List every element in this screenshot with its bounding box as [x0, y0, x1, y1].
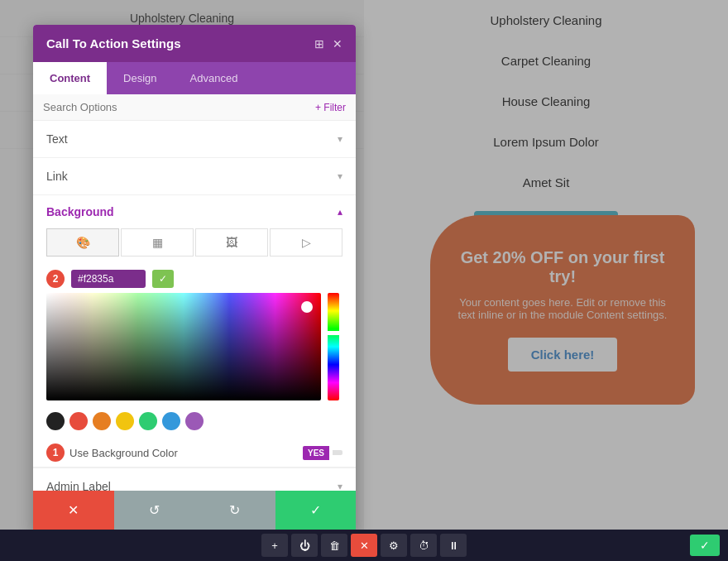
toggle-switch[interactable]: YES	[303, 446, 342, 460]
panel-title: Call To Action Settings	[46, 36, 181, 50]
preset-colors-row	[46, 407, 342, 435]
link-section-row[interactable]: Link ▾	[33, 158, 356, 195]
bg-type-buttons: 🎨 ▦ 🖼 ▷	[46, 228, 342, 257]
background-section: Background ▴ 🎨 ▦ 🖼 ▷ 2 ✓	[33, 195, 356, 467]
settings-panel: Call To Action Settings ⊞ ✕ Content Desi…	[33, 25, 356, 535]
use-bg-color-row: 1 Use Background Color YES	[46, 435, 342, 467]
panel-tabs: Content Design Advanced	[33, 62, 356, 94]
bg-type-color-button[interactable]: 🎨	[46, 228, 119, 257]
use-bg-color-label: Use Background Color	[69, 447, 178, 459]
filter-button[interactable]: + Filter	[315, 102, 346, 113]
background-section-header: Background ▴	[46, 205, 342, 218]
preset-black[interactable]	[46, 412, 65, 430]
hue-thumb[interactable]	[326, 331, 341, 335]
delete-button[interactable]: 🗑	[321, 534, 347, 557]
preset-purple[interactable]	[185, 412, 204, 430]
link-section-label: Link	[46, 170, 68, 183]
redo-button[interactable]: ↻	[194, 491, 275, 530]
add-button[interactable]: +	[261, 534, 288, 557]
color-picker-area[interactable]	[46, 293, 321, 400]
text-section-row[interactable]: Text ▾	[33, 121, 356, 158]
text-arrow-icon: ▾	[338, 133, 342, 145]
link-arrow-icon: ▾	[338, 170, 342, 182]
text-section-label: Text	[46, 132, 68, 146]
badge-1: 1	[46, 444, 65, 462]
bg-type-image-button[interactable]: 🖼	[195, 228, 268, 257]
search-input[interactable]	[43, 101, 315, 113]
badge-2-container: 2	[46, 270, 65, 288]
panel-content: Text ▾ Link ▾ Background ▴ 🎨 ▦ 🖼 ▷	[33, 121, 356, 535]
background-section-title: Background	[46, 205, 114, 218]
hue-slider[interactable]	[328, 293, 339, 400]
panel-grid-icon[interactable]: ⊞	[314, 37, 324, 50]
panel-header: Call To Action Settings ⊞ ✕	[33, 25, 356, 62]
tab-content[interactable]: Content	[33, 62, 107, 94]
search-bar: + Filter	[33, 94, 356, 121]
toggle-yes-label: YES	[303, 446, 329, 460]
timer-button[interactable]: ⏱	[410, 534, 437, 557]
power-button[interactable]: ⏻	[291, 534, 318, 557]
color-input-row: 2 ✓	[46, 265, 342, 293]
color-picker-thumb[interactable]	[301, 301, 313, 313]
cancel-button[interactable]: ✕	[33, 491, 114, 530]
action-bar: ✕ ↺ ↻ ✓	[33, 491, 356, 530]
color-picker-wrapper[interactable]	[46, 293, 321, 400]
panel-close-icon[interactable]: ✕	[333, 37, 342, 50]
preset-green[interactable]	[139, 412, 157, 430]
bg-type-gradient-button[interactable]: ▦	[121, 228, 194, 257]
color-hex-input[interactable]	[71, 270, 146, 288]
badge-1-container: 1 Use Background Color	[46, 444, 178, 462]
preset-yellow[interactable]	[116, 412, 134, 430]
panel-header-icons: ⊞ ✕	[314, 37, 342, 50]
save-button[interactable]: ✓	[275, 491, 357, 530]
color-check-button[interactable]: ✓	[152, 270, 174, 288]
green-check-button[interactable]: ✓	[690, 535, 720, 556]
tab-design[interactable]: Design	[107, 62, 173, 94]
undo-button[interactable]: ↺	[114, 491, 195, 530]
tab-advanced[interactable]: Advanced	[174, 62, 255, 94]
bottom-toolbar: + ⏻ 🗑 ✕ ⚙ ⏱ ⏸ ✓	[0, 530, 728, 561]
toggle-no-label	[333, 450, 342, 455]
close-button[interactable]: ✕	[351, 534, 377, 557]
background-arrow-icon: ▴	[338, 206, 342, 218]
preset-blue[interactable]	[162, 412, 180, 430]
settings-button[interactable]: ⚙	[381, 534, 407, 557]
preset-orange[interactable]	[93, 412, 111, 430]
bg-type-video-button[interactable]: ▷	[270, 228, 342, 257]
badge-2: 2	[46, 270, 65, 288]
pause-button[interactable]: ⏸	[440, 534, 467, 557]
preset-red[interactable]	[69, 412, 88, 430]
